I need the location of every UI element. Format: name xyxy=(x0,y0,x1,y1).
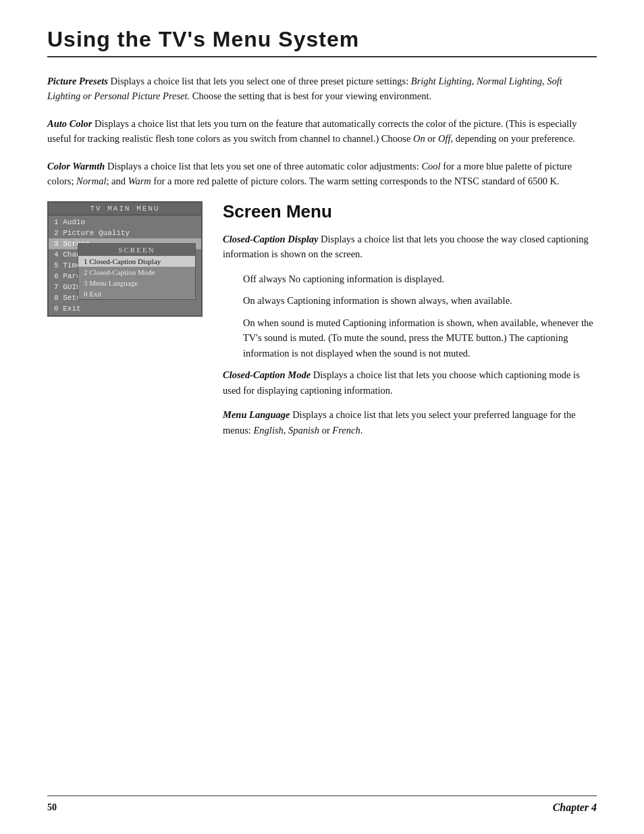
closed-caption-display-para: Closed-Caption Display Displays a choice… xyxy=(223,232,597,262)
auto-color-para: Auto Color Displays a choice list that l… xyxy=(47,116,597,147)
menu-item-exit: 0 Exit xyxy=(49,303,201,314)
color-warmth-body3: for a more red palette of picture colors… xyxy=(151,176,560,186)
picture-presets-body1: Displays a choice list that lets you sel… xyxy=(108,76,411,86)
closed-caption-mode-para: Closed-Caption Mode Displays a choice li… xyxy=(223,367,597,398)
menu-language-french: French xyxy=(332,425,360,436)
menu-item-audio: 1 Audio xyxy=(49,217,201,228)
picture-presets-para: Picture Presets Displays a choice list t… xyxy=(47,74,597,104)
menu-language-period: . xyxy=(360,425,363,436)
auto-color-or: or xyxy=(425,133,438,144)
menu-wrapper: TV MAIN MENU 1 Audio 2 Picture Quality 3… xyxy=(47,201,203,317)
off-always-body: No captioning information is displayed. xyxy=(286,273,444,284)
on-when-sound-para: On when sound is muted Captioning inform… xyxy=(243,315,597,361)
screen-item-menu-language: 3 Menu Language xyxy=(78,278,195,288)
color-warmth-normal: Normal xyxy=(76,176,106,186)
menu-language-comma1: , xyxy=(284,425,288,436)
screen-item-closed-caption-display: 1 Closed-Caption Display xyxy=(78,256,195,267)
menu-language-para: Menu Language Displays a choice list tha… xyxy=(223,407,597,438)
off-always-para: Off always No captioning information is … xyxy=(243,271,597,286)
auto-color-term: Auto Color xyxy=(47,118,92,129)
menu-language-or: or xyxy=(319,425,332,436)
footer-chapter: Chapter 4 xyxy=(553,802,597,814)
screen-submenu: SCREEN 1 Closed-Caption Display 2 Closed… xyxy=(78,243,196,300)
on-always-term: On always xyxy=(243,295,285,306)
page: Using the TV's Menu System Picture Prese… xyxy=(0,0,644,834)
title-divider xyxy=(47,56,597,57)
screen-menu-content: Screen Menu Closed-Caption Display Displ… xyxy=(223,201,597,447)
off-always-term: Off always xyxy=(243,273,286,284)
picture-presets-body2: Choose the setting that is best for your… xyxy=(190,90,431,101)
menu-language-spanish: Spanish xyxy=(288,425,319,436)
footer: 50 Chapter 4 xyxy=(47,796,597,814)
auto-color-body2: depending on your preference. xyxy=(453,133,575,144)
closed-caption-display-term: Closed-Caption Display xyxy=(223,234,318,244)
menu-item-picture-quality: 2 Picture Quality xyxy=(49,228,201,238)
tv-menu-title: TV MAIN MENU xyxy=(49,203,201,215)
on-when-sound-term: On when sound is muted xyxy=(243,317,340,328)
closed-caption-mode-term: Closed-Caption Mode xyxy=(223,369,311,380)
auto-color-on: On xyxy=(413,133,425,144)
color-warmth-para: Color Warmth Displays a choice list that… xyxy=(47,159,597,189)
screen-item-exit: 0 Exit xyxy=(78,288,195,299)
color-warmth-warm: Warm xyxy=(128,176,151,186)
screen-menu-heading: Screen Menu xyxy=(223,201,597,222)
page-title: Using the TV's Menu System xyxy=(47,27,597,52)
tv-menu-screenshot: TV MAIN MENU 1 Audio 2 Picture Quality 3… xyxy=(47,201,203,447)
color-warmth-cool: Cool xyxy=(421,161,440,172)
color-warmth-and: ; and xyxy=(106,176,128,186)
color-warmth-term: Color Warmth xyxy=(47,161,105,172)
picture-presets-term: Picture Presets xyxy=(47,76,108,86)
menu-language-english: English xyxy=(254,425,284,436)
color-warmth-body: Displays a choice list that lets you set… xyxy=(105,161,421,172)
on-always-para: On always Captioning information is show… xyxy=(243,293,597,308)
footer-page-number: 50 xyxy=(47,802,57,813)
on-always-body: Captioning information is shown always, … xyxy=(285,295,512,306)
menu-language-term: Menu Language xyxy=(223,409,290,420)
screen-item-closed-caption-mode: 2 Closed-Caption Mode xyxy=(78,267,195,278)
screen-submenu-title: SCREEN xyxy=(78,244,195,256)
auto-color-off: Off, xyxy=(438,133,453,144)
two-column-layout: TV MAIN MENU 1 Audio 2 Picture Quality 3… xyxy=(47,201,597,447)
